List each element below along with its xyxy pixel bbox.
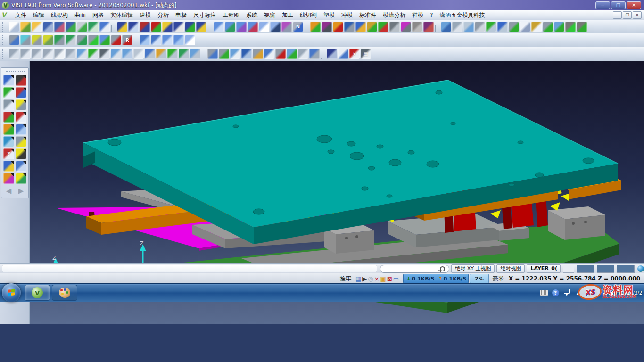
- zoom-select-icon[interactable]: [3, 75, 14, 86]
- prim-sphere-icon[interactable]: [54, 49, 65, 59]
- drop-wave-icon[interactable]: [554, 22, 564, 32]
- box-lock-icon[interactable]: [88, 35, 99, 45]
- forward-arrow-icon[interactable]: ▶: [16, 185, 26, 196]
- block-axes-icon[interactable]: [167, 49, 178, 59]
- menu-item-7[interactable]: 建模: [136, 11, 154, 19]
- prim-torus-icon[interactable]: [66, 49, 76, 59]
- save-model-icon[interactable]: [66, 22, 76, 32]
- taskbar-visi-button[interactable]: V: [25, 285, 50, 301]
- delete-face-icon[interactable]: [333, 22, 343, 32]
- stairs-icon[interactable]: [310, 22, 321, 32]
- menu-item-8[interactable]: 分析: [154, 11, 172, 19]
- stool-1-icon[interactable]: [179, 49, 189, 59]
- menu-item-22[interactable]: 潇洒五金模具科技: [436, 11, 488, 19]
- prim-hex-icon[interactable]: [32, 49, 42, 59]
- press-flat-icon[interactable]: [577, 22, 587, 32]
- new-doc-icon[interactable]: [9, 22, 19, 32]
- select-frame-icon[interactable]: [3, 87, 14, 98]
- print-icon[interactable]: [77, 22, 87, 32]
- command-input[interactable]: [2, 265, 377, 272]
- sketch-pencil-icon[interactable]: [16, 87, 26, 98]
- toolbar-grip[interactable]: [2, 35, 7, 45]
- show-add-icon[interactable]: [185, 22, 195, 32]
- explode-icon[interactable]: [281, 22, 292, 32]
- box-yellow-open-icon[interactable]: [43, 35, 53, 45]
- prim-cylinder-icon[interactable]: [20, 49, 31, 59]
- normals-icon[interactable]: N: [293, 22, 303, 32]
- show-minus-icon[interactable]: [196, 22, 206, 32]
- house-magenta-icon[interactable]: [401, 22, 411, 32]
- prim-cone-icon[interactable]: [43, 49, 53, 59]
- box-yellow-base-icon[interactable]: [32, 35, 42, 45]
- mesh-doc-4-icon[interactable]: [248, 22, 258, 32]
- tool-h-icon[interactable]: [287, 49, 297, 59]
- box-cut-icon[interactable]: [423, 22, 434, 32]
- rotate-solid-icon[interactable]: [486, 22, 496, 32]
- open-part-icon[interactable]: [32, 22, 42, 32]
- surf-pull-icon[interactable]: [99, 35, 110, 45]
- visibility-toggle-icon[interactable]: [173, 22, 184, 32]
- color-swatch-2[interactable]: [597, 265, 615, 273]
- tool-c-icon[interactable]: [230, 49, 240, 59]
- save-icon[interactable]: [43, 22, 53, 32]
- mesh-sphere-icon[interactable]: [173, 35, 184, 45]
- mdi-restore-button[interactable]: □: [623, 11, 632, 19]
- tool-d-icon[interactable]: [241, 49, 252, 59]
- tool-f-icon[interactable]: [264, 49, 274, 59]
- menu-item-5[interactable]: 网格: [89, 11, 107, 19]
- menu-item-9[interactable]: 电极: [172, 11, 190, 19]
- menu-item-15[interactable]: 线切割: [297, 11, 320, 19]
- box-scoop-icon[interactable]: [20, 35, 31, 45]
- shell-icon[interactable]: [475, 22, 485, 32]
- view-filter-icon[interactable]: [128, 22, 139, 32]
- box-edit-icon[interactable]: [9, 35, 19, 45]
- snap-grid-icon[interactable]: ▦: [355, 275, 361, 282]
- menu-item-2[interactable]: 编辑: [30, 11, 48, 19]
- zoom-dynamic-icon[interactable]: [3, 99, 14, 110]
- block-corner-icon[interactable]: [111, 49, 121, 59]
- menu-item-4[interactable]: 曲面: [71, 11, 89, 19]
- globe-icon[interactable]: [637, 265, 644, 272]
- box-delete-icon[interactable]: [111, 35, 121, 45]
- regen-icon[interactable]: [3, 136, 14, 147]
- pattern-grid-icon[interactable]: ▦: [361, 49, 371, 59]
- block-shell-icon[interactable]: [122, 49, 132, 59]
- box-small-green-icon[interactable]: [77, 35, 87, 45]
- view-ref-button[interactable]: 绝对视图: [496, 264, 525, 273]
- box-replace-icon[interactable]: R: [122, 35, 132, 45]
- screen-doc-icon[interactable]: [355, 22, 366, 32]
- plate-stack-icon[interactable]: [389, 22, 400, 32]
- curve-order-b-icon[interactable]: [185, 35, 195, 45]
- save-as-icon[interactable]: [54, 22, 65, 32]
- clamp-icon[interactable]: [344, 22, 355, 32]
- menu-item-19[interactable]: 模流分析: [380, 11, 409, 19]
- sphere-green-icon[interactable]: [88, 49, 99, 59]
- menu-item-18[interactable]: 标准件: [356, 11, 380, 19]
- mirror-halves-icon[interactable]: [463, 22, 474, 32]
- wcs-icon[interactable]: [3, 112, 14, 123]
- prim-cube-icon[interactable]: [9, 49, 19, 59]
- sphere-corner-icon[interactable]: [77, 49, 87, 59]
- dome-icon[interactable]: [452, 22, 462, 32]
- open-folder-icon[interactable]: [20, 22, 31, 32]
- taskbar-paint-button[interactable]: [52, 285, 77, 301]
- curve-order-icon[interactable]: [259, 22, 269, 32]
- help-icon[interactable]: ?: [3, 148, 14, 159]
- stool-2-icon[interactable]: [190, 49, 200, 59]
- plane-blue-2-icon[interactable]: [151, 35, 161, 45]
- view-x-icon[interactable]: ×: [349, 49, 360, 59]
- restore-button[interactable]: □: [611, 1, 626, 9]
- curve-tool-icon[interactable]: [16, 112, 26, 123]
- color-swatch-3[interactable]: [617, 265, 635, 273]
- menu-item-14[interactable]: 加工: [279, 11, 297, 19]
- mill-block-icon[interactable]: [412, 22, 422, 32]
- sphere-cut-icon[interactable]: [99, 49, 110, 59]
- menu-item-16[interactable]: 塑模: [320, 11, 338, 19]
- profile-icon[interactable]: [16, 99, 26, 110]
- screen-icon[interactable]: ▭: [393, 275, 399, 282]
- paste-icon[interactable]: [531, 22, 542, 32]
- rings-icon[interactable]: ◎: [368, 275, 373, 282]
- minimize-button[interactable]: −: [595, 1, 610, 9]
- cursor-icon[interactable]: ▶: [362, 275, 367, 282]
- tool-a-icon[interactable]: [207, 49, 218, 59]
